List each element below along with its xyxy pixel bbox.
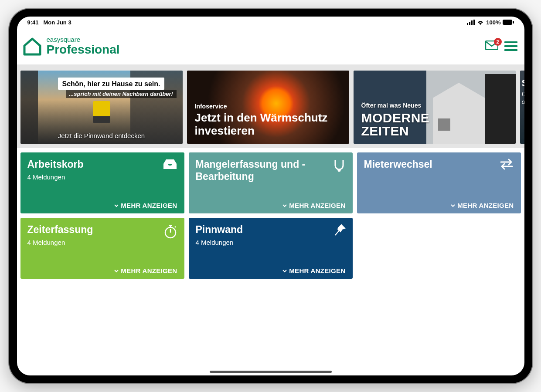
status-date: Mon Jun 3 bbox=[43, 19, 71, 26]
tile-arbeitskorb[interactable]: Arbeitskorb 4 Meldungen MEHR ANZEIGEN bbox=[20, 152, 184, 213]
status-bar: 9:41 Mon Jun 3 100% bbox=[17, 17, 524, 28]
banner-speech-sub: ...sprich mit deinen Nachbarn darüber! bbox=[66, 90, 177, 98]
status-time: 9:41 bbox=[27, 19, 39, 26]
tile-more[interactable]: MEHR ANZEIGEN bbox=[196, 202, 346, 209]
banner-speech: Schön, hier zu Hause zu sein. bbox=[58, 78, 165, 90]
chevron-down-icon bbox=[282, 268, 287, 274]
tablet-frame: 9:41 Mon Jun 3 100% easysquare Professio… bbox=[9, 9, 532, 383]
magnet-icon bbox=[333, 159, 346, 173]
chevron-down-icon bbox=[282, 203, 287, 208]
cellular-icon bbox=[467, 20, 475, 25]
svg-rect-4 bbox=[503, 20, 512, 25]
svg-rect-2 bbox=[471, 20, 473, 25]
chevron-down-icon bbox=[114, 203, 119, 208]
tile-subtitle: 4 Meldungen bbox=[27, 239, 177, 246]
banner-carousel[interactable]: Schön, hier zu Hause zu sein. ...sprich … bbox=[17, 66, 524, 148]
mail-button[interactable]: 2 bbox=[485, 41, 498, 52]
tile-zeiterfassung[interactable]: Zeiterfassung 4 Meldungen MEHR ANZEIGEN bbox=[20, 218, 184, 279]
svg-rect-3 bbox=[473, 20, 475, 25]
banner-peek-sub2: di bbox=[522, 98, 524, 105]
banner-peek-sub1: Di bbox=[522, 91, 524, 98]
svg-rect-5 bbox=[513, 21, 514, 24]
tile-title: Arbeitskorb bbox=[27, 159, 177, 171]
tile-more[interactable]: MEHR ANZEIGEN bbox=[27, 202, 177, 209]
battery-percent: 100% bbox=[486, 19, 500, 26]
banner-pinnwand[interactable]: Schön, hier zu Hause zu sein. ...sprich … bbox=[20, 71, 183, 144]
tile-more[interactable]: MEHR ANZEIGEN bbox=[196, 267, 346, 274]
svg-point-7 bbox=[338, 169, 340, 171]
app-header: easysquare Professional 2 bbox=[17, 28, 524, 66]
chevron-down-icon bbox=[114, 268, 119, 274]
tile-title: Mieterwechsel bbox=[364, 159, 514, 171]
chevron-down-icon bbox=[450, 203, 456, 208]
banner-caption: Jetzt die Pinnwand entdecken bbox=[20, 132, 183, 139]
tile-subtitle: 4 Meldungen bbox=[196, 239, 346, 246]
status-right: 100% bbox=[467, 19, 514, 26]
logo-top: easysquare bbox=[47, 36, 120, 43]
mail-badge: 2 bbox=[494, 38, 502, 46]
wifi-icon bbox=[476, 20, 484, 25]
banner-moderne-zeiten[interactable]: Öfter mal was Neues MODERNE ZEITEN bbox=[354, 71, 516, 144]
logo-text: easysquare Professional bbox=[47, 36, 120, 56]
tile-title: Pinnwand bbox=[196, 224, 346, 236]
tile-title: Zeiterfassung bbox=[27, 224, 177, 236]
tile-pinnwand[interactable]: Pinnwand 4 Meldungen MEHR ANZEIGEN bbox=[189, 218, 353, 279]
header-actions: 2 bbox=[485, 39, 517, 53]
home-indicator[interactable] bbox=[210, 371, 332, 373]
logo-bottom: Professional bbox=[47, 43, 120, 56]
tile-mangelerfassung[interactable]: Mangelerfassung und -Bearbeitung MEHR AN… bbox=[189, 152, 353, 213]
tile-more[interactable]: MEHR ANZEIGEN bbox=[27, 267, 177, 274]
status-left: 9:41 Mon Jun 3 bbox=[27, 19, 71, 26]
logo[interactable]: easysquare Professional bbox=[22, 36, 120, 56]
screen: 9:41 Mon Jun 3 100% easysquare Professio… bbox=[17, 17, 524, 375]
banner-infoservice[interactable]: Infoservice Jetzt in den Wärmschutz inve… bbox=[187, 71, 349, 144]
tile-subtitle: 4 Meldungen bbox=[27, 173, 177, 181]
pin-icon bbox=[333, 224, 346, 239]
inbox-icon bbox=[163, 159, 177, 172]
menu-button[interactable] bbox=[504, 39, 517, 53]
banner-headline: MODERNE ZEITEN bbox=[361, 112, 430, 138]
tile-mieterwechsel[interactable]: Mieterwechsel MEHR ANZEIGEN bbox=[357, 152, 521, 213]
banner-headline: Jetzt in den Wärmschutz investieren bbox=[195, 112, 349, 138]
banner-peek-title: S bbox=[522, 78, 524, 89]
tile-more[interactable]: MEHR ANZEIGEN bbox=[364, 202, 514, 209]
svg-rect-1 bbox=[469, 22, 470, 25]
tile-title: Mangelerfassung und -Bearbeitung bbox=[196, 159, 346, 182]
house-icon bbox=[22, 36, 42, 56]
tile-grid: Arbeitskorb 4 Meldungen MEHR ANZEIGEN Ma… bbox=[17, 148, 524, 283]
banner-category: Öfter mal was Neues bbox=[361, 102, 430, 109]
stopwatch-icon bbox=[163, 224, 177, 240]
svg-rect-0 bbox=[467, 23, 468, 25]
banner-peek[interactable]: S Di di bbox=[520, 71, 524, 144]
battery-icon bbox=[503, 20, 514, 25]
swap-icon bbox=[499, 159, 514, 172]
banner-category: Infoservice bbox=[195, 103, 349, 110]
